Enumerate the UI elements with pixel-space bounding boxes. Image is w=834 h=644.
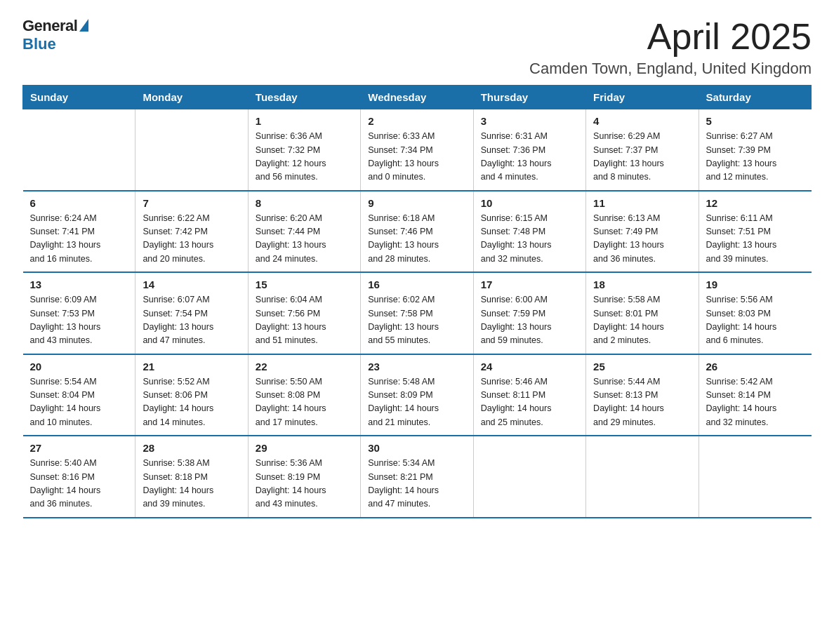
logo-general-text: General [22,17,77,35]
day-info: Sunrise: 6:20 AMSunset: 7:44 PMDaylight:… [256,212,353,267]
calendar-cell: 19Sunrise: 5:56 AMSunset: 8:03 PMDayligh… [699,272,811,354]
day-info: Sunrise: 5:48 AMSunset: 8:09 PMDaylight:… [368,375,465,430]
calendar-cell [135,109,248,191]
day-number: 8 [256,197,353,209]
calendar-body: 1Sunrise: 6:36 AMSunset: 7:32 PMDaylight… [23,109,812,518]
day-number: 9 [368,197,465,209]
calendar-cell: 8Sunrise: 6:20 AMSunset: 7:44 PMDaylight… [248,191,360,273]
calendar-cell: 17Sunrise: 6:00 AMSunset: 7:59 PMDayligh… [473,272,585,354]
day-number: 29 [256,442,353,454]
weekday-header-tuesday: Tuesday [248,86,360,109]
day-number: 1 [256,115,353,127]
calendar-cell: 30Sunrise: 5:34 AMSunset: 8:21 PMDayligh… [361,436,473,518]
day-number: 2 [368,115,465,127]
weekday-header-monday: Monday [135,86,248,109]
calendar-cell: 29Sunrise: 5:36 AMSunset: 8:19 PMDayligh… [248,436,360,518]
day-number: 14 [143,279,240,290]
day-number: 18 [593,279,691,290]
calendar-week-row: 13Sunrise: 6:09 AMSunset: 7:53 PMDayligh… [23,272,812,354]
day-number: 16 [368,279,465,290]
day-info: Sunrise: 5:58 AMSunset: 8:01 PMDaylight:… [593,293,691,348]
day-number: 17 [481,279,578,290]
weekday-header-thursday: Thursday [473,86,585,109]
location-title: Camden Town, England, United Kingdom [529,60,812,78]
calendar-cell: 28Sunrise: 5:38 AMSunset: 8:18 PMDayligh… [135,436,248,518]
calendar-cell: 26Sunrise: 5:42 AMSunset: 8:14 PMDayligh… [699,354,811,436]
calendar-cell: 2Sunrise: 6:33 AMSunset: 7:34 PMDaylight… [361,109,473,191]
day-number: 10 [481,197,578,209]
day-number: 21 [143,361,240,373]
calendar-cell: 9Sunrise: 6:18 AMSunset: 7:46 PMDaylight… [361,191,473,273]
day-number: 5 [706,115,805,127]
calendar-cell: 10Sunrise: 6:15 AMSunset: 7:48 PMDayligh… [473,191,585,273]
calendar-table: SundayMondayTuesdayWednesdayThursdayFrid… [22,85,812,518]
calendar-cell: 20Sunrise: 5:54 AMSunset: 8:04 PMDayligh… [23,354,135,436]
day-number: 11 [593,197,691,209]
day-number: 20 [30,361,128,373]
calendar-week-row: 1Sunrise: 6:36 AMSunset: 7:32 PMDaylight… [23,109,812,191]
calendar-cell: 22Sunrise: 5:50 AMSunset: 8:08 PMDayligh… [248,354,360,436]
calendar-cell: 11Sunrise: 6:13 AMSunset: 7:49 PMDayligh… [586,191,699,273]
day-info: Sunrise: 6:09 AMSunset: 7:53 PMDaylight:… [30,293,128,348]
day-info: Sunrise: 6:15 AMSunset: 7:48 PMDaylight:… [481,212,578,267]
calendar-week-row: 20Sunrise: 5:54 AMSunset: 8:04 PMDayligh… [23,354,812,436]
day-info: Sunrise: 5:56 AMSunset: 8:03 PMDaylight:… [706,293,805,348]
calendar-cell: 1Sunrise: 6:36 AMSunset: 7:32 PMDaylight… [248,109,360,191]
day-number: 23 [368,361,465,373]
calendar-cell: 16Sunrise: 6:02 AMSunset: 7:58 PMDayligh… [361,272,473,354]
calendar-week-row: 6Sunrise: 6:24 AMSunset: 7:41 PMDaylight… [23,191,812,273]
calendar-cell: 6Sunrise: 6:24 AMSunset: 7:41 PMDaylight… [23,191,135,273]
calendar-cell: 4Sunrise: 6:29 AMSunset: 7:37 PMDaylight… [586,109,699,191]
day-info: Sunrise: 6:07 AMSunset: 7:54 PMDaylight:… [143,293,240,348]
calendar-week-row: 27Sunrise: 5:40 AMSunset: 8:16 PMDayligh… [23,436,812,518]
calendar-cell: 12Sunrise: 6:11 AMSunset: 7:51 PMDayligh… [699,191,811,273]
day-info: Sunrise: 5:46 AMSunset: 8:11 PMDaylight:… [481,375,578,430]
logo-blue-text: Blue [22,35,56,53]
day-info: Sunrise: 6:02 AMSunset: 7:58 PMDaylight:… [368,293,465,348]
day-number: 19 [706,279,805,290]
day-info: Sunrise: 5:38 AMSunset: 8:18 PMDaylight:… [143,457,240,511]
day-number: 22 [256,361,353,373]
day-number: 12 [706,197,805,209]
calendar-cell [473,436,585,518]
calendar-header: SundayMondayTuesdayWednesdayThursdayFrid… [23,86,812,109]
calendar-cell: 14Sunrise: 6:07 AMSunset: 7:54 PMDayligh… [135,272,248,354]
calendar-cell [586,436,699,518]
day-info: Sunrise: 6:33 AMSunset: 7:34 PMDaylight:… [368,130,465,185]
calendar-cell [23,109,135,191]
day-info: Sunrise: 5:52 AMSunset: 8:06 PMDaylight:… [143,375,240,430]
calendar-cell [699,436,811,518]
day-number: 3 [481,115,578,127]
calendar-cell: 13Sunrise: 6:09 AMSunset: 7:53 PMDayligh… [23,272,135,354]
logo: General Blue [22,17,88,53]
day-number: 30 [368,442,465,454]
day-info: Sunrise: 5:54 AMSunset: 8:04 PMDaylight:… [30,375,128,430]
day-info: Sunrise: 6:18 AMSunset: 7:46 PMDaylight:… [368,212,465,267]
weekday-header-row: SundayMondayTuesdayWednesdayThursdayFrid… [23,86,812,109]
calendar-cell: 15Sunrise: 6:04 AMSunset: 7:56 PMDayligh… [248,272,360,354]
day-number: 26 [706,361,805,373]
day-info: Sunrise: 6:36 AMSunset: 7:32 PMDaylight:… [256,130,353,185]
calendar-cell: 24Sunrise: 5:46 AMSunset: 8:11 PMDayligh… [473,354,585,436]
day-info: Sunrise: 5:36 AMSunset: 8:19 PMDaylight:… [256,457,353,511]
day-info: Sunrise: 5:44 AMSunset: 8:13 PMDaylight:… [593,375,691,430]
calendar-cell: 23Sunrise: 5:48 AMSunset: 8:09 PMDayligh… [361,354,473,436]
calendar-cell: 18Sunrise: 5:58 AMSunset: 8:01 PMDayligh… [586,272,699,354]
month-title: April 2025 [529,17,812,57]
calendar-cell: 21Sunrise: 5:52 AMSunset: 8:06 PMDayligh… [135,354,248,436]
day-info: Sunrise: 6:04 AMSunset: 7:56 PMDaylight:… [256,293,353,348]
day-info: Sunrise: 6:29 AMSunset: 7:37 PMDaylight:… [593,130,691,185]
calendar-cell: 25Sunrise: 5:44 AMSunset: 8:13 PMDayligh… [586,354,699,436]
day-number: 28 [143,442,240,454]
day-info: Sunrise: 5:34 AMSunset: 8:21 PMDaylight:… [368,457,465,511]
calendar-cell: 27Sunrise: 5:40 AMSunset: 8:16 PMDayligh… [23,436,135,518]
page-header: General Blue April 2025 Camden Town, Eng… [22,17,812,78]
day-info: Sunrise: 6:31 AMSunset: 7:36 PMDaylight:… [481,130,578,185]
logo-triangle-icon [79,19,88,32]
day-info: Sunrise: 6:13 AMSunset: 7:49 PMDaylight:… [593,212,691,267]
calendar-cell: 5Sunrise: 6:27 AMSunset: 7:39 PMDaylight… [699,109,811,191]
day-number: 27 [30,442,128,454]
weekday-header-friday: Friday [586,86,699,109]
day-number: 24 [481,361,578,373]
day-info: Sunrise: 6:27 AMSunset: 7:39 PMDaylight:… [706,130,805,185]
